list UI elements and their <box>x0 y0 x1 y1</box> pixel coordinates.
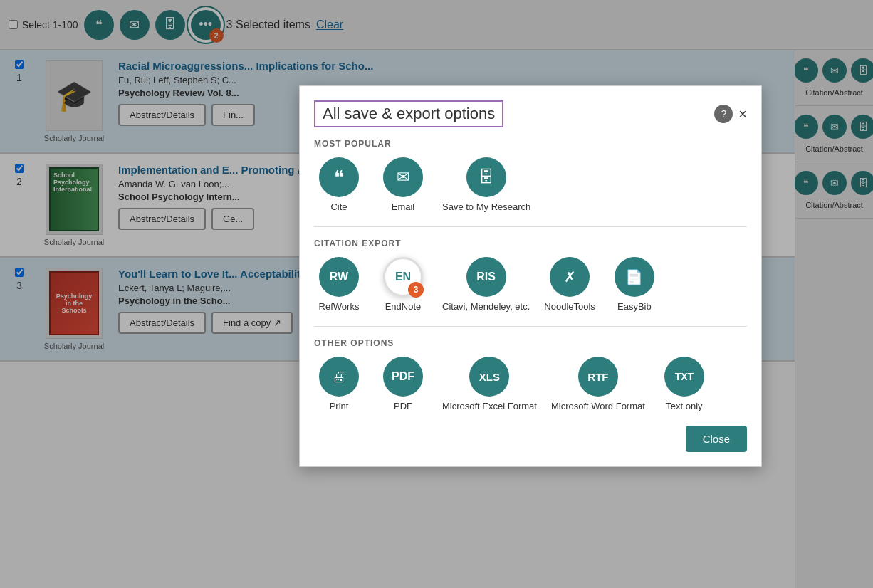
pdf-option[interactable]: PDF PDF <box>378 357 428 411</box>
cite-circle[interactable]: ❝ <box>319 157 359 197</box>
refworks-option[interactable]: RW RefWorks <box>314 257 364 312</box>
noodletools-label: NoodleTools <box>544 301 595 312</box>
close-modal-button[interactable]: Close <box>686 426 747 452</box>
pdf-circle[interactable]: PDF <box>383 357 423 397</box>
modal-overlay: All save & export options ? × MOST POPUL… <box>0 0 873 588</box>
modal-help-button[interactable]: ? <box>714 105 733 123</box>
text-option[interactable]: TXT Text only <box>659 357 709 411</box>
noodletools-option[interactable]: ✗ NoodleTools <box>544 257 595 312</box>
easybib-option[interactable]: 📄 EasyBib <box>610 257 659 312</box>
email-option[interactable]: ✉ Email <box>378 157 428 212</box>
excel-circle[interactable]: XLS <box>469 357 509 397</box>
excel-label: Microsoft Excel Format <box>442 401 537 411</box>
print-circle[interactable]: 🖨 <box>319 357 359 397</box>
text-circle[interactable]: TXT <box>664 357 704 397</box>
most-popular-grid: ❝ Cite ✉ Email 🗄 Save to My Research <box>314 157 747 212</box>
other-options-grid: 🖨 Print PDF PDF XLS Microsoft Excel Form… <box>314 357 747 411</box>
easybib-circle[interactable]: 📄 <box>615 257 654 297</box>
word-circle[interactable]: RTF <box>578 357 618 397</box>
word-option[interactable]: RTF Microsoft Word Format <box>551 357 645 411</box>
print-label: Print <box>330 401 349 411</box>
divider-2 <box>314 326 747 327</box>
cite-label: Cite <box>330 201 347 212</box>
divider-1 <box>314 226 747 227</box>
cite-option[interactable]: ❝ Cite <box>314 157 364 212</box>
refworks-label: RefWorks <box>319 301 360 312</box>
pdf-label: PDF <box>394 401 412 411</box>
endnote-label: EndNote <box>385 301 422 312</box>
save-research-label: Save to My Research <box>442 201 530 212</box>
endnote-badge: 3 <box>408 282 424 298</box>
excel-option[interactable]: XLS Microsoft Excel Format <box>442 357 537 411</box>
modal-x-button[interactable]: × <box>738 106 747 122</box>
modal-header: All save & export options ? × <box>314 100 747 127</box>
email-label: Email <box>392 201 415 212</box>
ris-option[interactable]: RIS Citavi, Mendeley, etc. <box>442 257 530 312</box>
most-popular-label: MOST POPULAR <box>314 139 747 149</box>
save-research-option[interactable]: 🗄 Save to My Research <box>442 157 530 212</box>
other-options-label: OTHER OPTIONS <box>314 338 747 348</box>
word-label: Microsoft Word Format <box>551 401 645 411</box>
print-option[interactable]: 🖨 Print <box>314 357 364 411</box>
modal-header-actions: ? × <box>714 105 747 123</box>
text-label: Text only <box>666 401 702 411</box>
citation-export-label: CITATION EXPORT <box>314 238 747 248</box>
endnote-circle[interactable]: EN 3 <box>383 257 423 297</box>
ris-label: Citavi, Mendeley, etc. <box>442 301 530 312</box>
modal-title: All save & export options <box>314 100 503 127</box>
save-export-modal: All save & export options ? × MOST POPUL… <box>299 85 762 467</box>
email-circle[interactable]: ✉ <box>383 157 423 197</box>
save-research-circle[interactable]: 🗄 <box>466 157 506 197</box>
noodletools-circle[interactable]: ✗ <box>550 257 590 297</box>
citation-export-grid: RW RefWorks EN 3 EndNote RIS Citavi, Men… <box>314 257 747 312</box>
ris-circle[interactable]: RIS <box>466 257 506 297</box>
refworks-circle[interactable]: RW <box>319 257 359 297</box>
easybib-label: EasyBib <box>617 301 652 312</box>
endnote-option[interactable]: EN 3 EndNote <box>378 257 428 312</box>
